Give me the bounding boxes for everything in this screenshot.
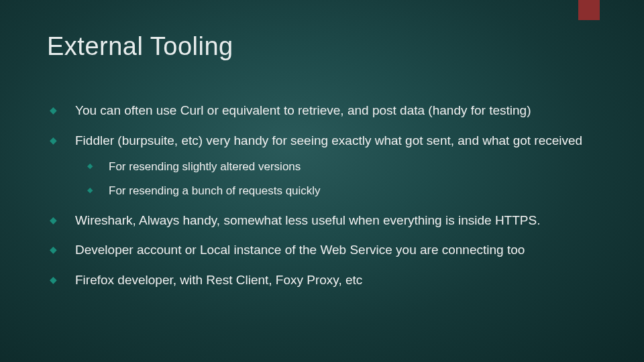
bullet-text: Developer account or Local instance of t… bbox=[75, 243, 525, 257]
bullet-text: For resending slightly altered versions bbox=[109, 160, 301, 173]
slide-title: External Tooling bbox=[47, 32, 597, 61]
bullet-list: You can often use Curl or equivalent to … bbox=[47, 103, 597, 289]
list-item: Fiddler (burpsuite, etc) very handy for … bbox=[75, 133, 597, 199]
list-item: For resending a bunch of requests quickl… bbox=[109, 184, 597, 198]
bullet-text: Fiddler (burpsuite, etc) very handy for … bbox=[75, 133, 582, 147]
list-item: You can often use Curl or equivalent to … bbox=[75, 103, 597, 119]
slide-content: External Tooling You can often use Curl … bbox=[0, 0, 644, 329]
bullet-text: For resending a bunch of requests quickl… bbox=[109, 184, 321, 197]
bullet-text: Wireshark, Always handy, somewhat less u… bbox=[75, 213, 540, 227]
bullet-text: Firefox developer, with Rest Client, Fox… bbox=[75, 273, 362, 287]
list-item: Wireshark, Always handy, somewhat less u… bbox=[75, 213, 597, 229]
list-item: For resending slightly altered versions bbox=[109, 160, 597, 174]
bullet-text: You can often use Curl or equivalent to … bbox=[75, 103, 531, 117]
list-item: Developer account or Local instance of t… bbox=[75, 242, 597, 259]
list-item: Firefox developer, with Rest Client, Fox… bbox=[75, 272, 597, 289]
sub-bullet-list: For resending slightly altered versions … bbox=[75, 160, 597, 198]
accent-bar bbox=[578, 0, 600, 20]
